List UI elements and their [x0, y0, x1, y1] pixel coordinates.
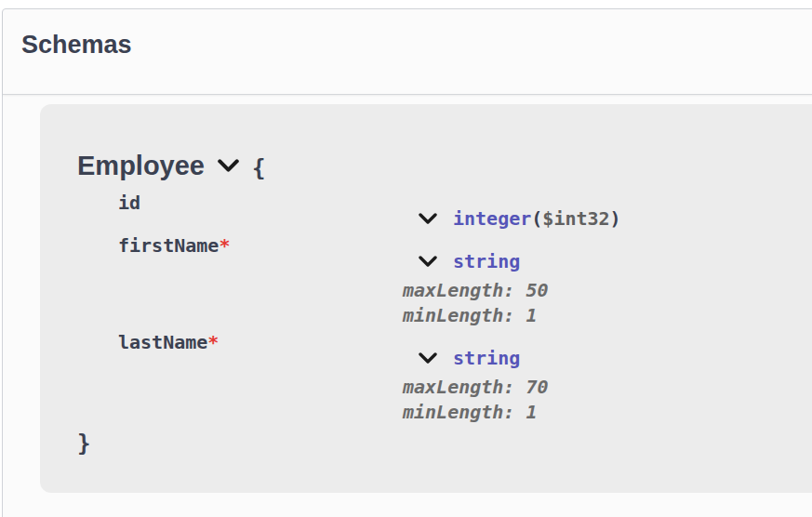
property-name: id: [77, 192, 403, 230]
format-paren-close: ): [610, 207, 621, 230]
property-type-line: string: [403, 347, 812, 369]
constraint-line: minLength: 1: [403, 303, 812, 328]
chevron-down-icon[interactable]: [218, 159, 239, 172]
property-type: string: [453, 250, 520, 272]
constraint-line: minLength: 1: [403, 400, 812, 425]
property-name: lastName*: [77, 332, 403, 425]
constraint-line: maxLength: 70: [403, 375, 812, 400]
required-star: *: [207, 331, 219, 353]
property-row-firstname: firstName* string maxLength: 50 minLengt…: [77, 235, 812, 328]
close-brace: }: [77, 431, 812, 457]
schemas-section: Schemas Employee { id: [2, 8, 812, 517]
property-row-id: id integer($int32): [77, 192, 812, 230]
property-definition: string maxLength: 70 minLength: 1: [403, 332, 812, 425]
open-brace: {: [252, 155, 265, 181]
constraint-line: maxLength: 50: [403, 278, 812, 303]
property-type-line: string: [403, 250, 812, 272]
chevron-down-icon[interactable]: [419, 352, 437, 364]
chevron-down-icon[interactable]: [419, 213, 437, 224]
property-name: firstName*: [77, 235, 403, 328]
property-definition: integer($int32): [403, 192, 812, 230]
property-constraints: maxLength: 50 minLength: 1: [403, 278, 812, 328]
chevron-down-icon[interactable]: [419, 256, 437, 267]
model-card-employee: Employee { id integer($int32): [40, 104, 812, 493]
property-type-line: integer($int32): [403, 207, 812, 230]
property-row-lastname: lastName* string maxLength: 70 minLength…: [77, 332, 812, 425]
property-type: integer($int32): [453, 207, 621, 230]
property-name-text: id: [118, 192, 140, 214]
required-star: *: [219, 234, 230, 257]
property-name-text: firstName: [118, 234, 219, 257]
property-type: string: [453, 347, 520, 369]
schemas-body: Employee { id integer($int32): [3, 95, 812, 493]
model-properties: id integer($int32) firstName*: [77, 192, 812, 425]
property-name-text: lastName: [118, 331, 207, 353]
format-paren-open: (: [531, 207, 542, 230]
property-format: $int32: [542, 207, 609, 230]
schemas-title: Schemas: [21, 30, 812, 60]
model-title[interactable]: Employee: [77, 151, 205, 181]
property-definition: string maxLength: 50 minLength: 1: [403, 235, 812, 328]
model-title-row[interactable]: Employee {: [77, 149, 812, 182]
property-constraints: maxLength: 70 minLength: 1: [403, 375, 812, 425]
schemas-header[interactable]: Schemas: [3, 9, 812, 95]
